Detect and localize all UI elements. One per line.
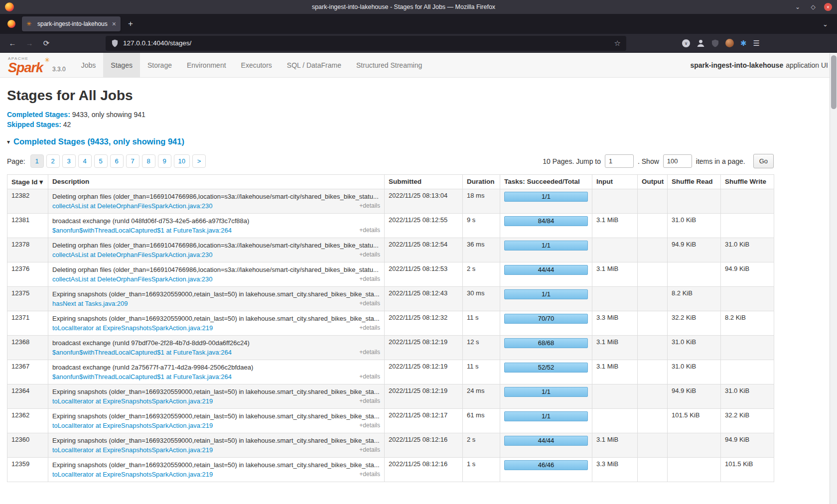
header-stage-id[interactable]: Stage Id ▾ xyxy=(7,175,48,189)
tasks-progress-bar: 1/1 xyxy=(504,241,588,251)
details-toggle[interactable]: +details xyxy=(359,226,380,235)
details-toggle[interactable]: +details xyxy=(359,348,380,357)
scrollbar-thumb[interactable] xyxy=(831,55,837,109)
url-bar[interactable]: 127.0.0.1:4040/stages/ ☆ xyxy=(106,36,626,51)
stage-detail-link[interactable]: $anonfun$withThreadLocalCaptured$1 at Fu… xyxy=(52,348,232,357)
page-label: Page: xyxy=(7,157,25,165)
spark-nav-item[interactable]: Storage xyxy=(140,53,179,77)
header-input[interactable]: Input xyxy=(592,175,638,189)
account-icon[interactable] xyxy=(697,39,705,47)
spark-logo[interactable]: APACHESpark✳ 3.3.0 xyxy=(0,53,74,77)
header-submitted[interactable]: Submitted xyxy=(385,175,463,189)
details-toggle[interactable]: +details xyxy=(359,445,380,455)
details-toggle[interactable]: +details xyxy=(359,372,380,381)
details-toggle[interactable]: +details xyxy=(359,299,380,308)
spark-nav-item[interactable]: Executors xyxy=(234,53,279,77)
application-id: spark-ingest-into-lakehouse application … xyxy=(690,53,837,77)
forward-button[interactable]: → xyxy=(22,36,37,51)
profile-avatar-icon[interactable] xyxy=(725,39,734,47)
jump-to-page-input[interactable] xyxy=(605,154,634,168)
details-toggle[interactable]: +details xyxy=(359,274,380,284)
back-button[interactable]: ← xyxy=(5,36,20,51)
extension-icon[interactable]: ✱ xyxy=(740,39,747,47)
duration-cell: 2 s xyxy=(463,433,500,458)
page-number-button[interactable]: 1 xyxy=(30,154,44,168)
skipped-stages-link[interactable]: Skipped Stages: xyxy=(7,121,61,128)
table-header-row: Stage Id ▾ Description Submitted Duratio… xyxy=(7,175,774,189)
stage-id-cell: 12381 xyxy=(7,214,48,238)
stage-detail-link[interactable]: collectAsList at DeleteOrphanFilesSparkA… xyxy=(52,274,213,284)
spark-logo-text: APACHESpark✳ xyxy=(8,57,49,75)
shuffle-read-cell: 31.0 KiB xyxy=(668,360,721,384)
application-name: spark-ingest-into-lakehouse xyxy=(690,61,783,69)
page-number-button[interactable]: > xyxy=(192,154,206,168)
header-shuffle-read[interactable]: Shuffle Read xyxy=(668,175,721,189)
reload-button[interactable]: ⟳ xyxy=(39,36,54,51)
page-number-button[interactable]: 5 xyxy=(94,154,108,168)
details-toggle[interactable]: +details xyxy=(359,250,380,259)
pocket-icon[interactable]: ∨ xyxy=(682,39,690,47)
completed-stages-link[interactable]: Completed Stages: xyxy=(7,111,70,119)
maximize-button[interactable]: ◇ xyxy=(809,2,818,11)
stage-detail-link[interactable]: collectAsList at DeleteOrphanFilesSparkA… xyxy=(52,201,213,211)
spark-nav-item[interactable]: SQL / DataFrame xyxy=(279,53,349,77)
details-toggle[interactable]: +details xyxy=(359,421,380,430)
shuffle-write-cell xyxy=(721,189,774,214)
completed-stages-section-toggle[interactable]: ▾ Completed Stages (9433, only showing 9… xyxy=(7,137,774,146)
page-number-button[interactable]: 10 xyxy=(174,154,190,168)
header-output[interactable]: Output xyxy=(638,175,668,189)
new-tab-button[interactable]: + xyxy=(124,17,138,31)
page-number-button[interactable]: 4 xyxy=(78,154,92,168)
ublock-shield-icon[interactable] xyxy=(711,39,719,47)
header-shuffle-write[interactable]: Shuffle Write xyxy=(721,175,774,189)
output-cell xyxy=(638,409,668,433)
stage-detail-link[interactable]: toLocalIterator at ExpireSnapshotsSparkA… xyxy=(52,323,213,333)
bookmark-star-icon[interactable]: ☆ xyxy=(614,39,621,48)
stage-detail-link[interactable]: collectAsList at DeleteOrphanFilesSparkA… xyxy=(52,250,213,259)
stage-description: Expiring snapshots (older_than=166932055… xyxy=(52,387,380,396)
header-duration[interactable]: Duration xyxy=(463,175,500,189)
stage-detail-link[interactable]: toLocalIterator at ExpireSnapshotsSparkA… xyxy=(52,445,213,455)
firefox-view-button[interactable] xyxy=(4,16,19,31)
page-number-button[interactable]: 3 xyxy=(62,154,76,168)
page-scrollbar[interactable] xyxy=(830,53,837,504)
tab-close-icon[interactable]: × xyxy=(112,20,116,28)
stage-id-cell: 12376 xyxy=(7,262,48,287)
table-row: 12364 Expiring snapshots (older_than=166… xyxy=(7,384,774,409)
stage-detail-link[interactable]: hasNext at Tasks.java:209 xyxy=(52,299,128,308)
tracking-protection-shield-icon[interactable] xyxy=(111,39,119,47)
items-per-page-input[interactable] xyxy=(663,154,692,168)
page-number-button[interactable]: 9 xyxy=(158,154,171,168)
spark-nav-item[interactable]: Jobs xyxy=(74,53,104,77)
header-tasks[interactable]: Tasks: Succeeded/Total xyxy=(500,175,592,189)
go-button[interactable]: Go xyxy=(753,154,774,168)
menu-icon[interactable]: ☰ xyxy=(753,39,760,48)
stage-id-cell: 12375 xyxy=(7,287,48,311)
details-toggle[interactable]: +details xyxy=(359,201,380,211)
details-toggle[interactable]: +details xyxy=(359,323,380,333)
page-number-button[interactable]: 7 xyxy=(126,154,140,168)
page-number-button[interactable]: 8 xyxy=(142,154,155,168)
stage-detail-link[interactable]: $anonfun$withThreadLocalCaptured$1 at Fu… xyxy=(52,372,232,381)
browser-tab-active[interactable]: ✳ spark-ingest-into-lakehous × xyxy=(22,16,121,31)
list-all-tabs-button[interactable]: ⌄ xyxy=(823,20,828,28)
close-button[interactable]: × xyxy=(824,3,832,11)
page-number-button[interactable]: 2 xyxy=(46,154,60,168)
spark-nav-item[interactable]: Environment xyxy=(179,53,234,77)
output-cell xyxy=(638,336,668,360)
stage-detail-link[interactable]: toLocalIterator at ExpireSnapshotsSparkA… xyxy=(52,470,213,479)
tasks-cell: 46/46 xyxy=(500,458,592,482)
details-toggle[interactable]: +details xyxy=(359,470,380,479)
minimize-button[interactable]: ⌄ xyxy=(793,2,802,11)
spark-nav-item[interactable]: Structured Streaming xyxy=(349,53,429,77)
spark-nav-item[interactable]: Stages xyxy=(103,53,140,77)
page-number-button[interactable]: 6 xyxy=(110,154,124,168)
stage-detail-link[interactable]: $anonfun$withThreadLocalCaptured$1 at Fu… xyxy=(52,226,232,235)
stage-detail-link[interactable]: toLocalIterator at ExpireSnapshotsSparkA… xyxy=(52,396,213,406)
table-row: 12367 broadcast exchange (runId 2a75677f… xyxy=(7,360,774,384)
header-description[interactable]: Description xyxy=(48,175,385,189)
tasks-progress-bar: 52/52 xyxy=(504,363,588,373)
submitted-cell: 2022/11/25 08:12:19 xyxy=(385,384,463,409)
details-toggle[interactable]: +details xyxy=(359,396,380,406)
stage-detail-link[interactable]: toLocalIterator at ExpireSnapshotsSparkA… xyxy=(52,421,213,430)
